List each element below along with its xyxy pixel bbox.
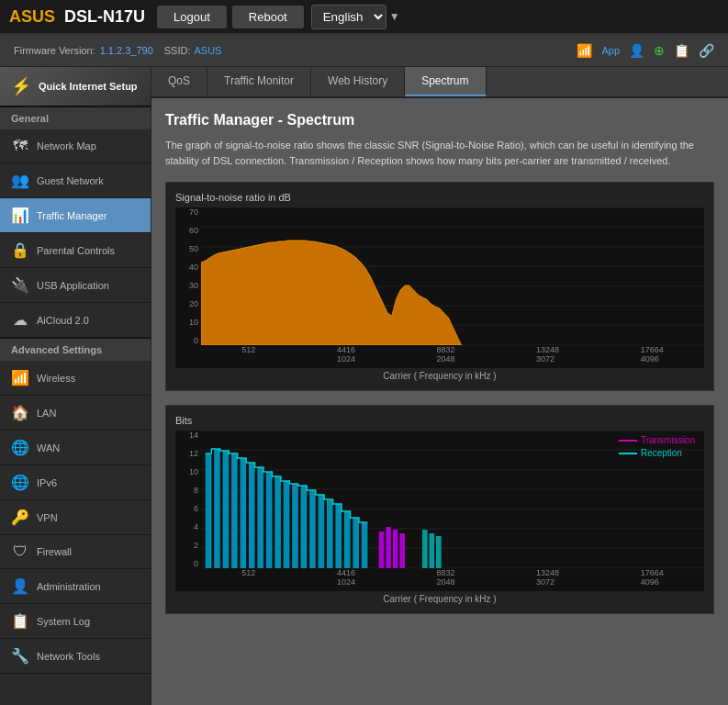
aicloud-icon: ☁ — [11, 311, 29, 329]
usb-icon: 🔌 — [11, 276, 29, 294]
sidebar-item-label: Network Map — [37, 140, 96, 151]
plus-icon[interactable]: ⊕ — [654, 43, 665, 58]
sidebar-item-vpn[interactable]: 🔑 VPN — [0, 500, 151, 535]
sidebar-item-parental-controls[interactable]: 🔒 Parental Controls — [0, 233, 151, 268]
reboot-button[interactable]: Reboot — [232, 6, 304, 28]
bits-x-labels: 512 44161024 88322048 132483072 17664409… — [201, 568, 704, 587]
admin-icon: 👤 — [11, 577, 29, 595]
logo: ASUS DSL-N17U — [9, 7, 145, 27]
reception-legend-item: Reception — [619, 448, 695, 458]
fw-label: Firmware Version: — [14, 45, 95, 56]
ssid-value: ASUS — [195, 45, 222, 56]
tab-qos[interactable]: QoS — [151, 67, 207, 96]
svg-marker-17 — [206, 449, 368, 568]
bits-x-axis-label: Carrier ( Frequency in kHz ) — [175, 594, 704, 604]
bits-chart-section: Bits 14 12 10 8 6 4 2 0 — [165, 405, 714, 614]
snr-svg — [201, 207, 704, 345]
sidebar-item-network-map[interactable]: 🗺 Network Map — [0, 129, 151, 163]
sidebar-item-label: AiCloud 2.0 — [37, 315, 89, 326]
sidebar-item-label: WAN — [37, 442, 60, 453]
sidebar-item-label: System Log — [37, 616, 90, 627]
reception-label: Reception — [641, 448, 682, 458]
bits-canvas: Transmission Reception — [201, 431, 704, 568]
tabs-bar: QoS Traffic Monitor Web History Spectrum — [151, 67, 728, 98]
snr-canvas — [201, 207, 704, 345]
tab-web-history[interactable]: Web History — [311, 67, 405, 96]
bits-y-labels: 14 12 10 8 6 4 2 0 — [175, 431, 201, 568]
header-icons: 📶 App 👤 ⊕ 📋 🔗 — [577, 43, 714, 58]
user-icon[interactable]: 👤 — [629, 43, 644, 58]
network-map-icon: 🗺 — [11, 138, 29, 154]
sidebar-item-system-log[interactable]: 📋 System Log — [0, 604, 151, 639]
sidebar-item-aicloud[interactable]: ☁ AiCloud 2.0 — [0, 303, 151, 338]
reception-line — [619, 453, 637, 454]
bits-chart: 14 12 10 8 6 4 2 0 — [175, 431, 704, 591]
traffic-manager-icon: 📊 — [11, 207, 29, 224]
fw-version: 1.1.2.3_790 — [100, 45, 153, 56]
sidebar-item-label: LAN — [37, 408, 56, 419]
logo-model: DSL-N17U — [64, 7, 145, 26]
sidebar-item-label: IPv6 — [37, 477, 57, 488]
firewall-icon: 🛡 — [11, 543, 29, 560]
sidebar-item-label: Network Tools — [37, 651, 100, 662]
ssid-label: SSID: — [164, 45, 191, 56]
svg-rect-20 — [393, 530, 398, 568]
sidebar-item-usb-application[interactable]: 🔌 USB Application — [0, 268, 151, 303]
svg-rect-19 — [386, 527, 391, 568]
snr-x-axis-label: Carrier ( Frequency in kHz ) — [175, 371, 704, 381]
subheader: Firmware Version: 1.1.2.3_790 SSID: ASUS… — [0, 35, 728, 67]
sidebar-item-lan[interactable]: 🏠 LAN — [0, 396, 151, 431]
transmission-legend-item: Transmission — [619, 435, 695, 445]
sidebar-item-firewall[interactable]: 🛡 Firewall — [0, 535, 151, 569]
language-select[interactable]: English — [311, 5, 386, 29]
page-title: Traffic Manager - Spectrum — [165, 112, 714, 129]
svg-rect-24 — [436, 536, 442, 568]
quick-setup-item[interactable]: ⚡ Quick Internet Setup — [0, 67, 151, 106]
lang-arrow-icon: ▼ — [389, 10, 400, 23]
logo-asus: ASUS — [9, 7, 55, 26]
svg-rect-22 — [422, 530, 428, 568]
quick-setup-label: Quick Internet Setup — [39, 81, 138, 92]
network-tools-icon: 🔧 — [11, 647, 29, 665]
snr-y-labels: 70 60 50 40 30 20 10 0 — [175, 207, 201, 345]
sidebar-item-label: USB Application — [37, 280, 109, 291]
tab-traffic-monitor[interactable]: Traffic Monitor — [207, 67, 311, 96]
sidebar-item-network-tools[interactable]: 🔧 Network Tools — [0, 639, 151, 674]
system-log-icon: 📋 — [11, 612, 29, 630]
transmission-label: Transmission — [641, 435, 695, 445]
sidebar-item-traffic-manager[interactable]: 📊 Traffic Manager — [0, 198, 151, 233]
quick-setup-icon: ⚡ — [11, 76, 31, 96]
wifi-icon: 📶 — [577, 43, 592, 58]
share-icon[interactable]: 🔗 — [699, 43, 714, 58]
general-section-header: General — [0, 106, 151, 129]
sidebar-item-ipv6[interactable]: 🌐 IPv6 — [0, 465, 151, 500]
transmission-line — [619, 440, 637, 442]
copy-icon[interactable]: 📋 — [674, 43, 689, 58]
sidebar-item-wan[interactable]: 🌐 WAN — [0, 431, 151, 465]
sidebar-item-label: Traffic Manager — [37, 210, 106, 221]
guest-network-icon: 👥 — [11, 172, 29, 189]
content-area: Traffic Manager - Spectrum The graph of … — [151, 98, 728, 705]
page-description: The graph of signal-to-noise ratio shows… — [165, 138, 714, 168]
sidebar-item-administration[interactable]: 👤 Administration — [0, 569, 151, 604]
sidebar-item-guest-network[interactable]: 👥 Guest Network — [0, 163, 151, 198]
lan-icon: 🏠 — [11, 404, 29, 421]
sidebar-item-label: Administration — [37, 581, 101, 592]
tab-spectrum[interactable]: Spectrum — [405, 67, 486, 96]
sidebar-item-wireless[interactable]: 📶 Wireless — [0, 361, 151, 396]
advanced-section-header: Advanced Settings — [0, 338, 151, 361]
bits-legend: Transmission Reception — [619, 435, 695, 461]
vpn-icon: 🔑 — [11, 509, 29, 526]
snr-chart-title: Signal-to-noise ratio in dB — [175, 192, 704, 203]
wan-icon: 🌐 — [11, 439, 29, 456]
header: ASUS DSL-N17U Logout Reboot English ▼ — [0, 0, 728, 35]
sidebar-item-label: Firewall — [37, 546, 72, 557]
wireless-icon: 📶 — [11, 369, 29, 386]
sidebar-item-label: VPN — [37, 512, 58, 523]
snr-chart-section: Signal-to-noise ratio in dB 70 60 50 40 … — [165, 182, 714, 391]
logout-button[interactable]: Logout — [157, 6, 227, 28]
main-content: QoS Traffic Monitor Web History Spectrum… — [151, 67, 728, 705]
sidebar: ⚡ Quick Internet Setup General 🗺 Network… — [0, 67, 151, 705]
svg-rect-21 — [399, 533, 405, 568]
app-label: App — [601, 45, 620, 56]
